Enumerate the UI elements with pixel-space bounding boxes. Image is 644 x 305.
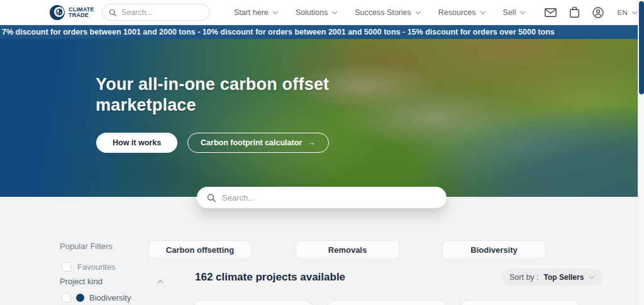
person-icon [592,7,604,18]
nav-item-success-stories[interactable]: Success Stories [355,8,421,17]
nav-actions: EN [545,7,638,18]
popular-filters-heading: Popular Filters [60,241,113,251]
discount-banner-text: 7% discount for orders between 1001 and … [2,28,555,36]
nav-item-label: Solutions [296,8,328,17]
nav-item-label: Sell [503,8,516,17]
sort-by-label: Sort by : [509,273,539,282]
search-icon [207,193,216,202]
chevron-down-icon [272,11,279,14]
marketplace-section: Popular Filters Favourites Project kind … [0,197,638,305]
chevron-down-icon [589,275,595,279]
search-icon [109,8,116,17]
page-scrollbar[interactable] [638,0,644,305]
carbon-footprint-calculator-button[interactable]: Carbon footprint calculator → [187,133,329,153]
nav-search-input[interactable] [121,8,203,17]
calculator-button-label: Carbon footprint calculator [201,138,302,147]
chevron-up-icon [157,280,164,284]
nav-item-resources[interactable]: Resources [438,8,486,17]
results-count-heading: 162 climate projects available [195,271,345,284]
hero-section: Your all-in-one carbon offset marketplac… [0,39,638,197]
climatetrade-logo-icon [49,4,65,21]
page: CLIMATE TRADE Start here Solutions Succe… [0,0,644,305]
language-code: EN [617,9,628,16]
tab-carbon-offsetting[interactable]: Carbon offsetting [148,240,252,259]
biodiversity-label: Biodiversity [89,293,131,302]
biodiversity-color-dot-icon [76,294,84,302]
project-card[interactable] [327,300,447,305]
project-kind-label: Project kind [60,277,103,286]
nav-item-label: Resources [438,8,476,17]
sort-selected-value: Top Sellers [544,273,584,282]
scrollbar-thumb[interactable] [639,1,644,94]
biodiversity-filter: Biodiversity [62,293,131,302]
biodiversity-checkbox[interactable] [62,293,71,302]
favourites-label: Favourites [77,262,116,272]
discount-banner: 7% discount for orders between 1001 and … [0,25,638,39]
tab-biodiversity[interactable]: Biodiversity [442,240,546,259]
arrow-right-icon: → [308,138,316,147]
how-it-works-button[interactable]: How it works [96,133,177,153]
language-selector[interactable]: EN [617,9,638,16]
shopping-bag-icon [570,7,579,18]
chevron-down-icon [331,11,338,14]
mail-icon [545,8,557,17]
nav-search-box[interactable] [102,4,210,21]
projects-search-input[interactable] [222,193,436,202]
favourites-filter: Favourites [62,262,116,272]
mail-button[interactable] [545,8,557,17]
project-card[interactable] [194,300,313,305]
project-kind-section-toggle[interactable]: Project kind [60,277,164,286]
chevron-down-icon [480,11,486,14]
project-card[interactable] [460,300,580,305]
nav-item-label: Start here [234,8,269,17]
cart-button[interactable] [570,7,579,18]
nav-links: Start here Solutions Success Stories Res… [234,8,526,17]
hero-buttons: How it works Carbon footprint calculator… [96,133,329,153]
sort-dropdown[interactable]: Sort by : Top Sellers [502,269,602,286]
nav-item-label: Success Stories [355,8,411,17]
chevron-down-icon [415,11,421,14]
nav-item-start-here[interactable]: Start here [234,8,279,17]
tab-removals[interactable]: Removals [296,240,399,259]
nav-item-solutions[interactable]: Solutions [296,8,338,17]
brand-logo[interactable]: CLIMATE TRADE [49,4,94,21]
favourites-checkbox[interactable] [62,262,71,272]
hero-image [0,39,638,197]
nav-item-sell[interactable]: Sell [503,8,526,17]
brand-logo-text: CLIMATE TRADE [69,7,94,18]
chevron-down-icon [519,11,526,14]
hero-title: Your all-in-one carbon offset marketplac… [96,74,329,116]
top-navbar: CLIMATE TRADE Start here Solutions Succe… [0,0,638,25]
projects-search-box[interactable] [197,187,447,208]
account-button[interactable] [592,7,604,18]
chevron-down-icon [631,11,638,14]
